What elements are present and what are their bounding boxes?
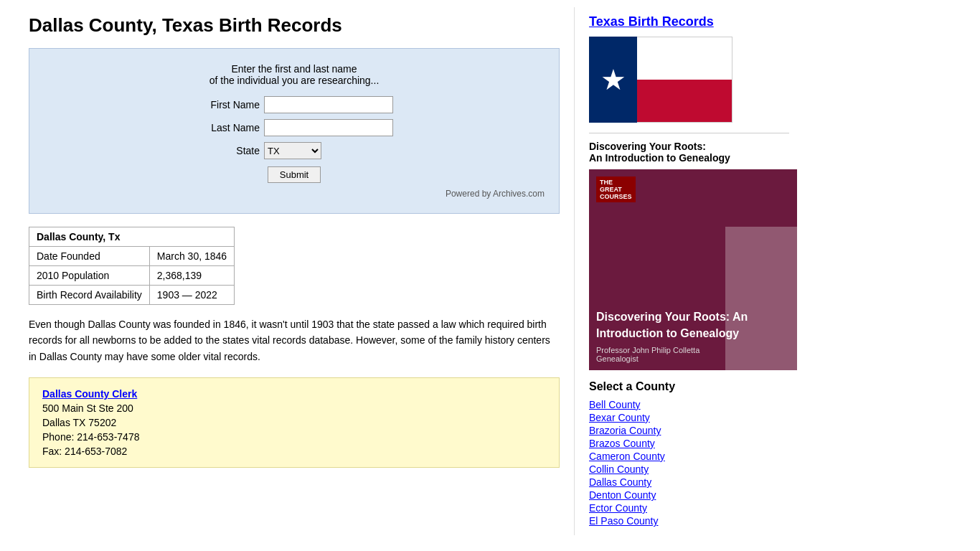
county-link[interactable]: Bexar County: [589, 412, 650, 423]
county-link[interactable]: Cameron County: [589, 451, 665, 462]
table-label: Birth Record Availability: [29, 286, 150, 305]
county-link[interactable]: Collin County: [589, 463, 649, 475]
table-value: 1903 — 2022: [149, 286, 234, 305]
county-description: Even though Dallas County was founded in…: [29, 316, 560, 364]
list-item: Collin County: [589, 463, 789, 475]
county-select-title: Select a County: [589, 380, 789, 393]
list-item: El Paso County: [589, 515, 789, 527]
list-item: Brazoria County: [589, 425, 789, 436]
list-item: Bell County: [589, 399, 789, 410]
great-courses-logo: THEGREATCOURSES: [596, 176, 636, 202]
sidebar-divider: [589, 133, 789, 133]
search-box: Enter the first and last name of the ind…: [29, 48, 560, 214]
sidebar-title-link[interactable]: Texas Birth Records: [589, 14, 789, 29]
first-name-row: First Name: [195, 96, 393, 113]
flag-blue-stripe: ★: [589, 37, 637, 123]
flag-red-stripe: [637, 80, 732, 123]
clerk-phone: Phone: 214-653-7478: [42, 431, 546, 443]
search-instruction: Enter the first and last name of the ind…: [44, 63, 545, 86]
county-link[interactable]: Bell County: [589, 399, 641, 410]
genealogy-book-title: Discovering Your Roots: An Introduction …: [596, 309, 790, 342]
last-name-row: Last Name: [195, 119, 393, 136]
table-row: Date Founded March 30, 1846: [29, 247, 235, 266]
county-link[interactable]: El Paso County: [589, 515, 659, 527]
county-header: Dallas County, Tx: [29, 227, 235, 247]
state-label: State: [195, 145, 260, 156]
last-name-label: Last Name: [195, 122, 260, 133]
list-item: Brazos County: [589, 438, 789, 449]
table-row: 2010 Population 2,368,139: [29, 266, 235, 286]
last-name-input[interactable]: [264, 119, 393, 136]
list-item: Ector County: [589, 502, 789, 514]
flag-star-icon: ★: [600, 63, 626, 96]
flag-white-stripe: [637, 37, 732, 80]
county-link[interactable]: Denton County: [589, 489, 656, 501]
table-header-row: Dallas County, Tx: [29, 227, 235, 247]
county-list: Bell CountyBexar CountyBrazoria CountyBr…: [589, 399, 789, 527]
genealogy-author: Professor John Philip Colletta Genealogi…: [596, 346, 790, 363]
flag-right-stripes: [637, 37, 732, 123]
county-info-table: Dallas County, Tx Date Founded March 30,…: [29, 227, 235, 305]
clerk-box: Dallas County Clerk 500 Main St Ste 200 …: [29, 377, 560, 468]
list-item: Denton County: [589, 489, 789, 501]
clerk-fax: Fax: 214-653-7082: [42, 446, 546, 457]
powered-by: Powered by Archives.com: [44, 189, 545, 199]
genealogy-book-image: THEGREATCOURSES Discovering Your Roots: …: [589, 169, 797, 370]
clerk-address1: 500 Main St Ste 200: [42, 402, 546, 414]
table-label: 2010 Population: [29, 266, 150, 286]
list-item: Bexar County: [589, 412, 789, 423]
submit-button[interactable]: Submit: [268, 166, 321, 183]
county-link[interactable]: Brazoria County: [589, 425, 661, 436]
table-label: Date Founded: [29, 247, 150, 266]
county-link[interactable]: Brazos County: [589, 438, 655, 449]
sidebar: Texas Birth Records ★ Discovering Your R…: [574, 7, 804, 535]
list-item: Dallas County: [589, 476, 789, 488]
table-row: Birth Record Availability 1903 — 2022: [29, 286, 235, 305]
clerk-link[interactable]: Dallas County Clerk: [42, 388, 137, 400]
first-name-input[interactable]: [264, 96, 393, 113]
first-name-label: First Name: [195, 99, 260, 110]
submit-row: Submit: [195, 166, 393, 183]
clerk-address2: Dallas TX 75202: [42, 417, 546, 428]
texas-flag: ★: [589, 37, 732, 123]
genealogy-section-title: Discovering Your Roots: An Introduction …: [589, 141, 789, 164]
state-select[interactable]: TX AL AK: [264, 142, 321, 159]
list-item: Cameron County: [589, 451, 789, 462]
table-value: 2,368,139: [149, 266, 234, 286]
main-content: Dallas County, Texas Birth Records Enter…: [0, 7, 574, 535]
county-link[interactable]: Ector County: [589, 502, 647, 514]
page-title: Dallas County, Texas Birth Records: [29, 14, 560, 37]
search-form: First Name Last Name State TX AL AK: [195, 96, 393, 183]
county-link[interactable]: Dallas County: [589, 476, 651, 488]
state-row: State TX AL AK: [195, 142, 393, 159]
table-value: March 30, 1846: [149, 247, 234, 266]
